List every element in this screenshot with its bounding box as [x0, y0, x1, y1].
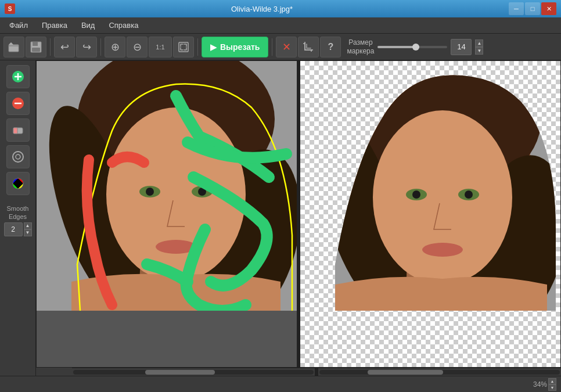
marker-value: 14: [451, 39, 472, 55]
svg-rect-4: [179, 42, 188, 52]
left-scrollbar-thumb[interactable]: [145, 370, 215, 375]
scrollbars-row: [36, 368, 561, 376]
marker-down-button[interactable]: ▼: [475, 47, 483, 55]
zoom-100-button[interactable]: 1:1: [149, 37, 172, 57]
main-area: Smooth Edges 2 ▲ ▼: [0, 60, 561, 376]
menu-view[interactable]: Вид: [74, 19, 102, 32]
red-brush-button[interactable]: [6, 92, 30, 115]
redo-button[interactable]: ↪: [76, 37, 97, 57]
zoom-value: 34%: [533, 380, 547, 389]
zoom-in-button[interactable]: ⊕: [105, 37, 125, 57]
minimize-button[interactable]: ─: [509, 2, 524, 15]
help-button[interactable]: ?: [320, 37, 341, 57]
separator-1: [50, 38, 51, 56]
zoom-out-button[interactable]: ⊖: [127, 37, 148, 57]
marker-size-control: Размер маркера 14 ▲ ▼: [347, 38, 483, 55]
scrollbar-spacer: [36, 368, 72, 376]
marker-slider[interactable]: [377, 46, 447, 48]
right-scrollbar-track[interactable]: [319, 370, 560, 375]
save-button[interactable]: [26, 37, 46, 57]
play-icon: ▶: [210, 42, 217, 52]
canvas-area: [36, 60, 561, 376]
marker-spinners: ▲ ▼: [475, 39, 483, 55]
zoom-down-button[interactable]: ▼: [548, 384, 556, 391]
smooth-edges-label: Smooth Edges: [7, 204, 29, 221]
smooth-edges-value: 2: [4, 222, 23, 236]
svg-point-12: [13, 152, 23, 162]
tool-panel: Smooth Edges 2 ▲ ▼: [0, 60, 36, 376]
result-pane[interactable]: [300, 60, 561, 368]
green-brush-button[interactable]: [6, 65, 30, 88]
window-controls: ─ □ ✕: [509, 2, 556, 15]
separator-3: [197, 38, 198, 56]
marker-up-button[interactable]: ▲: [475, 39, 483, 47]
right-scrollbar[interactable]: [318, 368, 561, 376]
menubar: Файл Правка Вид Справка: [0, 17, 561, 34]
svg-rect-3: [32, 48, 40, 52]
svg-point-13: [16, 154, 20, 159]
zoom-fit-button[interactable]: [173, 37, 194, 57]
left-scrollbar-track[interactable]: [73, 370, 314, 375]
cancel-button[interactable]: ✕: [276, 37, 297, 57]
zoom-up-button[interactable]: ▲: [548, 378, 556, 384]
eraser-button[interactable]: [6, 118, 30, 142]
close-button[interactable]: ✕: [541, 2, 556, 15]
color-picker-button[interactable]: [6, 172, 30, 195]
statusbar: 34% ▲ ▼: [0, 376, 561, 392]
crop-button[interactable]: [298, 37, 319, 57]
run-button[interactable]: ▶ Вырезать: [202, 37, 268, 57]
titlebar: S Olivia-Wilde 3.jpg* ─ □ ✕: [0, 0, 561, 17]
menu-file[interactable]: Файл: [2, 19, 35, 32]
separator-4: [272, 38, 272, 56]
toolbar: ↩ ↪ ⊕ ⊖ 1:1 ▶ Вырезать ✕ ? Размер маркер…: [0, 34, 561, 60]
right-scrollbar-thumb[interactable]: [368, 370, 443, 375]
marker-size-label: Размер маркера: [347, 38, 374, 55]
source-canvas[interactable]: [37, 61, 297, 311]
circle-brush-button[interactable]: [6, 145, 30, 168]
smooth-edges-control: 2 ▲ ▼: [4, 222, 32, 236]
open-button[interactable]: [3, 37, 24, 57]
menu-edit[interactable]: Правка: [35, 19, 74, 32]
svg-rect-2: [33, 42, 38, 46]
window-title: Olivia-Wilde 3.jpg*: [15, 5, 509, 13]
result-canvas[interactable]: [300, 61, 556, 311]
smooth-spinners: ▲ ▼: [24, 222, 32, 236]
run-label: Вырезать: [220, 42, 260, 52]
smooth-down-button[interactable]: ▼: [24, 229, 32, 236]
separator-2: [100, 38, 101, 56]
maximize-button[interactable]: □: [525, 2, 540, 15]
left-scrollbar[interactable]: [72, 368, 316, 376]
undo-button[interactable]: ↩: [54, 37, 75, 57]
smooth-edges-section: Smooth Edges 2 ▲ ▼: [4, 202, 32, 236]
smooth-up-button[interactable]: ▲: [24, 222, 32, 229]
canvases-container: [36, 60, 561, 368]
source-pane[interactable]: [36, 60, 297, 368]
svg-rect-11: [13, 128, 17, 134]
menu-help[interactable]: Справка: [102, 19, 145, 32]
zoom-spinners: ▲ ▼: [548, 378, 556, 391]
app-icon: S: [5, 3, 15, 14]
